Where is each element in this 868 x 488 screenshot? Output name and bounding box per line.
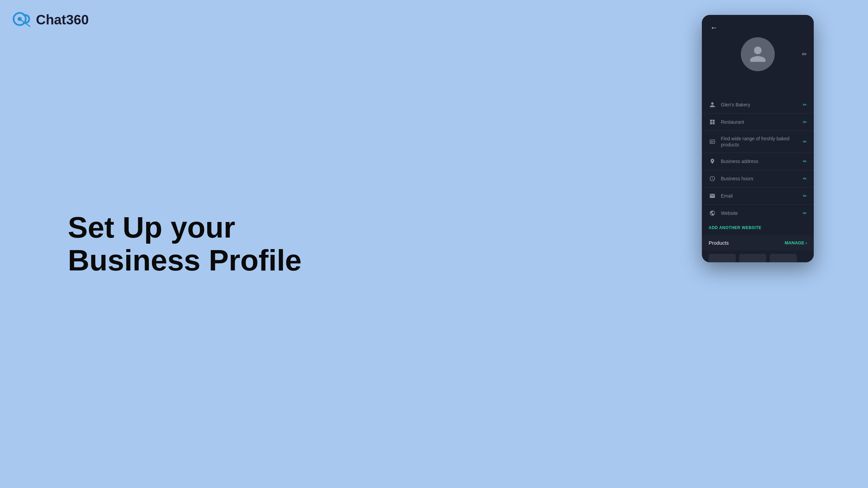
email-edit-icon[interactable]: ✏ [803,193,807,199]
website-edit-icon[interactable]: ✏ [803,210,807,216]
description-edit-icon[interactable]: ✏ [803,139,807,144]
hours-edit-icon[interactable]: ✏ [803,176,807,181]
website-item: Website ✏ [702,205,814,222]
phone-mockup: ← ✏ Glen's Bakery ✏ Restaurant ✏ [702,15,814,262]
globe-icon [709,209,716,217]
product-thumb-2[interactable] [739,254,766,262]
add-website-button[interactable]: ADD ANOTHER WEBSITE [709,225,762,230]
phone-header: ← ✏ [702,15,814,96]
hero-title: Set Up your Business Profile [68,211,373,277]
business-name-text: Glen's Bakery [721,102,800,108]
description-icon [709,138,716,145]
avatar-container: ✏ [709,37,807,71]
back-button[interactable]: ← [709,22,719,34]
clock-icon [709,175,716,182]
logo-text: Chat360 [36,12,89,27]
profile-list: Glen's Bakery ✏ Restaurant ✏ Find wide r… [702,96,814,222]
address-item: Business address ✏ [702,153,814,170]
product-thumb-3[interactable] [770,254,797,262]
category-icon [709,118,716,126]
avatar-icon [748,45,767,64]
avatar [741,37,775,71]
product-thumb-1[interactable] [709,254,736,262]
avatar-edit-icon[interactable]: ✏ [802,50,807,58]
product-thumbnails [702,250,814,262]
business-name-item: Glen's Bakery ✏ [702,96,814,114]
person-icon [709,101,716,108]
products-section: Products MANAGE › [702,235,814,250]
address-text: Business address [721,158,800,164]
add-website-section: ADD ANOTHER WEBSITE [702,222,814,235]
description-text: Find wide range of freshly baked product… [721,136,800,148]
business-name-edit-icon[interactable]: ✏ [803,102,807,107]
email-icon [709,192,716,200]
website-text: Website [721,210,800,216]
hours-item: Business hours ✏ [702,170,814,187]
email-item: Email ✏ [702,187,814,205]
manage-button[interactable]: MANAGE › [785,240,807,245]
hours-text: Business hours [721,176,800,182]
address-edit-icon[interactable]: ✏ [803,159,807,164]
description-item: Find wide range of freshly baked product… [702,131,814,153]
products-label: Products [709,240,729,246]
category-edit-icon[interactable]: ✏ [803,119,807,125]
location-icon [709,158,716,165]
category-item: Restaurant ✏ [702,114,814,131]
email-text: Email [721,193,800,199]
category-text: Restaurant [721,119,800,125]
logo: Chat360 [12,9,89,30]
